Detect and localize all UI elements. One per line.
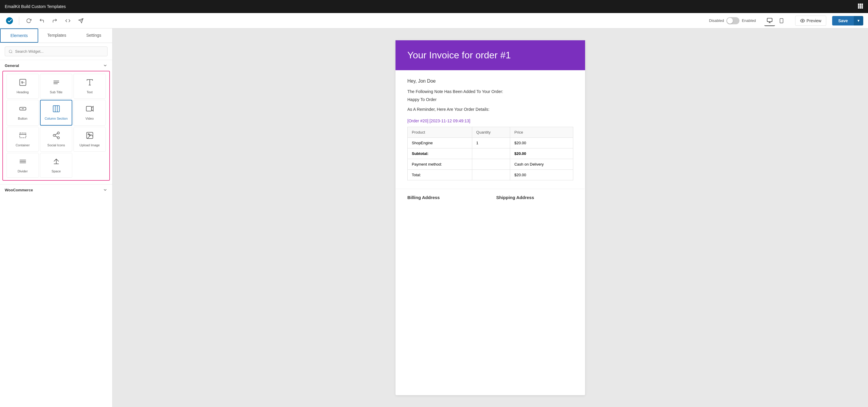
col-price: Price (510, 127, 573, 138)
send-button[interactable] (76, 16, 86, 26)
enable-toggle[interactable] (726, 17, 739, 24)
total-label: Total: (408, 170, 472, 180)
general-section-header[interactable]: General (0, 60, 112, 71)
payment-value: Cash on Delivery (510, 159, 573, 170)
widget-button[interactable]: Button (6, 100, 39, 125)
save-button[interactable]: Save (832, 16, 854, 26)
col-product: Product (408, 127, 472, 138)
tab-templates[interactable]: Templates (38, 28, 75, 43)
widget-heading[interactable]: T Heading (6, 74, 39, 99)
code-button[interactable] (63, 16, 72, 26)
button-label: Button (18, 117, 28, 121)
svg-point-37 (53, 134, 55, 136)
subtotal-empty (472, 148, 510, 159)
widget-container[interactable]: Container (6, 127, 39, 152)
disabled-label: Disabled (709, 19, 724, 23)
svg-rect-6 (858, 7, 860, 8)
email-header: Your Invoice for order #1 (396, 40, 585, 70)
widget-upload-image[interactable]: Upload Image (73, 127, 106, 152)
email-order-info: [Order #20] [2023-11-12 09:49:13] Produc… (407, 119, 573, 180)
column-section-label: Column Section (45, 117, 68, 121)
save-dropdown-button[interactable]: ▼ (854, 16, 863, 26)
woocommerce-section: WooCommerce (0, 184, 112, 195)
subtotal-label: Subtotal: (408, 148, 472, 159)
table-row: ShopEngine 1 $20.00 (408, 138, 573, 148)
widget-space[interactable]: Space (40, 153, 72, 178)
search-input-wrap (5, 46, 107, 56)
mobile-button[interactable] (776, 15, 787, 26)
svg-rect-34 (20, 133, 26, 137)
sidebar-search (0, 43, 112, 60)
sidebar-tabs: Elements Templates Settings (0, 28, 112, 43)
container-label: Container (16, 143, 30, 147)
button-icon (19, 104, 27, 114)
svg-line-40 (55, 133, 58, 135)
widget-divider[interactable]: Divider (6, 153, 39, 178)
chevron-down-icon (103, 63, 107, 68)
svg-point-16 (802, 20, 803, 21)
email-canvas: Your Invoice for order #1 Hey, Jon Doe T… (396, 40, 585, 395)
heading-label: Heading (17, 90, 29, 94)
widget-social-icons[interactable]: Social Icons (40, 127, 72, 152)
search-input[interactable] (15, 49, 104, 54)
widget-grid: T Heading Sub Title (6, 74, 106, 178)
container-icon (19, 131, 27, 141)
text-label: Text (87, 90, 92, 94)
desktop-button[interactable] (764, 15, 775, 26)
woo-chevron-icon (103, 188, 107, 192)
svg-rect-0 (858, 4, 860, 5)
svg-rect-3 (858, 5, 860, 7)
tab-elements[interactable]: Elements (0, 28, 38, 43)
email-reminder: As A Reminder, Here Are Your Order Detai… (407, 106, 573, 113)
divider-icon (19, 157, 27, 167)
shipping-address: Shipping Address (496, 195, 573, 200)
app-title-bar: EmailKit Build Custom Templates (0, 0, 868, 13)
widget-text[interactable]: Text (73, 74, 106, 99)
search-icon (8, 50, 13, 54)
svg-point-36 (57, 132, 59, 134)
svg-point-17 (9, 50, 12, 53)
svg-rect-7 (860, 7, 861, 8)
widget-column-section[interactable]: Column Section (40, 100, 72, 125)
order-table: Product Quantity Price ShopEngine 1 $20.… (407, 127, 573, 180)
undo-button[interactable] (37, 16, 46, 26)
main-layout: Elements Templates Settings General (0, 28, 868, 407)
canvas-area: Your Invoice for order #1 Hey, Jon Doe T… (113, 28, 868, 407)
toggle-knob (727, 18, 733, 24)
social-icons-label: Social Icons (48, 143, 65, 147)
svg-rect-32 (86, 106, 92, 111)
redo-button[interactable] (50, 16, 60, 26)
email-header-title: Your Invoice for order #1 (407, 50, 573, 61)
col-quantity: Quantity (472, 127, 510, 138)
save-button-group: Save ▼ (832, 16, 863, 26)
wp-logo[interactable] (5, 16, 14, 26)
payment-label: Payment method: (408, 159, 472, 170)
svg-rect-11 (767, 18, 772, 22)
heading-icon: T (19, 78, 27, 88)
billing-address: Billing Address (407, 195, 484, 200)
toolbar-separator (19, 17, 19, 25)
device-group (764, 15, 787, 26)
email-greeting: Hey, Jon Doe (407, 79, 573, 84)
row-price: $20.00 (510, 138, 573, 148)
video-label: Video (86, 117, 94, 121)
svg-rect-1 (860, 4, 861, 5)
woocommerce-section-header[interactable]: WooCommerce (0, 185, 112, 195)
email-addresses: Billing Address Shipping Address (396, 189, 585, 206)
preview-button[interactable]: Preview (795, 16, 827, 26)
widget-grid-container: T Heading Sub Title (2, 71, 110, 181)
text-icon (86, 78, 94, 88)
svg-rect-8 (862, 7, 863, 8)
email-note-line2: Happy To Order (407, 97, 573, 103)
widget-subtitle[interactable]: Sub Title (40, 74, 72, 99)
payment-row: Payment method: Cash on Delivery (408, 159, 573, 170)
refresh-button[interactable] (24, 16, 33, 26)
subtotal-value: $20.00 (510, 148, 573, 159)
toggle-group: Disabled Enabled (709, 17, 756, 24)
total-row: Total: $20.00 (408, 170, 573, 180)
svg-point-38 (57, 136, 59, 138)
divider-label: Divider (18, 169, 28, 173)
tab-settings[interactable]: Settings (75, 28, 112, 43)
grid-icon[interactable] (857, 3, 863, 10)
widget-video[interactable]: Video (73, 100, 106, 125)
